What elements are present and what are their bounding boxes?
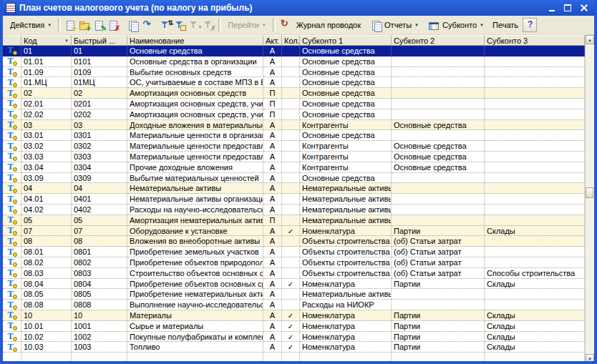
cell-icon: Т xyxy=(3,99,21,109)
tax-account-icon: Т xyxy=(7,142,13,150)
table-row[interactable]: Т04.010401Нематериальные активы организа… xyxy=(3,194,585,205)
header-name-column[interactable]: Наименование xyxy=(127,35,263,45)
table-row[interactable]: Т10.031003ТопливоА✓НоменклатураПартииСкл… xyxy=(3,342,585,353)
table-row[interactable]: Т04.020402Расходы на научно-исследовател… xyxy=(3,205,585,215)
tax-account-icon: Т xyxy=(7,99,13,107)
table-row[interactable]: Т0707Оборудование к установкеА✓Номенклат… xyxy=(3,226,585,237)
close-button[interactable] xyxy=(578,3,589,13)
table-row[interactable]: Т08.020802Приобретение объектов природоп… xyxy=(3,257,585,268)
table-row[interactable]: Т10.021002Покупные полуфабрикаты и компл… xyxy=(3,332,585,343)
cell-quick-code: 01 xyxy=(72,46,127,56)
undo-button[interactable]: ↷ xyxy=(140,18,154,32)
table-row[interactable]: Т0303Доходные вложения в материальные це… xyxy=(3,120,585,131)
help-button[interactable]: ? xyxy=(523,18,537,32)
goto-menu-button[interactable]: Перейти▼ xyxy=(223,18,271,32)
cell-quick-code: 07 xyxy=(72,226,127,237)
header-icon-column[interactable] xyxy=(3,35,21,45)
refresh-button[interactable]: ↻ xyxy=(278,18,292,32)
table-row[interactable]: Т08.040804Приобретение объектов основных… xyxy=(3,279,585,290)
filter-by-value-button[interactable] xyxy=(173,18,188,32)
header-active-column[interactable]: Акт. xyxy=(263,35,282,45)
cell-name: Амортизация основных средств, учитываемы… xyxy=(127,99,263,109)
minimize-button[interactable] xyxy=(547,3,558,13)
cell-quantity xyxy=(282,56,300,67)
add-group-button[interactable]: + xyxy=(77,18,92,32)
copy-button[interactable] xyxy=(125,18,140,32)
cell-icon: Т xyxy=(3,56,21,67)
scrollbar-thumb[interactable] xyxy=(586,187,593,198)
table-row[interactable]: Т02.010201Амортизация основных средств, … xyxy=(3,99,585,109)
delete-button[interactable]: ✗ xyxy=(106,18,120,32)
filter-history-button[interactable]: ▾ xyxy=(188,18,202,32)
cell-subkonto-3: Склады xyxy=(485,342,585,353)
table-row[interactable]: Т02.020202Амортизация основных средств, … xyxy=(3,109,585,120)
reports-menu-button-label: Отчеты xyxy=(384,21,412,29)
cell-subkonto-2: (об) Статьи затрат xyxy=(392,236,485,247)
cell-active: А xyxy=(263,332,282,343)
report-icon xyxy=(369,19,382,31)
disable-filter-button[interactable]: ✗ xyxy=(202,18,216,32)
header-subkonto3-column[interactable]: Субконто 3 xyxy=(485,35,585,45)
cell-active: А xyxy=(263,173,282,184)
add-button[interactable]: + xyxy=(63,18,77,32)
table-row[interactable]: Т03.040304Прочие доходные вложенияАКонтр… xyxy=(3,162,585,173)
print-button[interactable]: Печать xyxy=(488,18,523,32)
subkonto-menu-button-label: Субконто xyxy=(442,21,477,29)
cell-subkonto-1: Основные средства xyxy=(300,99,392,109)
table-row[interactable]: Т03.030303Материальные ценности предоста… xyxy=(3,152,585,162)
cell-quantity xyxy=(282,46,300,56)
table-row[interactable]: Т01.МЦ01МЦОС, учитываемые в составе МПЗ … xyxy=(3,77,585,88)
table-row[interactable]: Т08.010801Приобретение земельных участко… xyxy=(3,247,585,257)
cell-code: 08.03 xyxy=(21,268,72,279)
tax-account-icon: Т xyxy=(7,195,13,203)
cell-subkonto-2 xyxy=(392,194,485,205)
cell-name: Материалы xyxy=(127,310,263,321)
cell-subkonto-2 xyxy=(392,99,485,109)
table-row[interactable]: Т03.090309Выбытие материальных ценностей… xyxy=(3,173,585,184)
cell-quantity: ✓ xyxy=(282,226,300,237)
table-row[interactable]: Т1010МатериалыА✓НоменклатураПартииСклады xyxy=(3,310,585,321)
table-row[interactable]: Т01.010101Основные средства в организаци… xyxy=(3,56,585,67)
maximize-button[interactable] xyxy=(563,3,573,13)
cell-code: 01 xyxy=(21,46,72,56)
table-row[interactable]: Т0808Вложения во внеоборотные активыАОбъ… xyxy=(3,236,585,247)
sort-filter-button[interactable]: ⇅ xyxy=(159,18,173,32)
journal-button[interactable]: Журнал проводок xyxy=(292,18,365,32)
cell-icon: Т xyxy=(3,236,21,247)
table-row[interactable]: Т08.030803Строительство объектов основны… xyxy=(3,268,585,279)
table-row[interactable]: Т03.020302Материальные ценности предоста… xyxy=(3,141,585,152)
cell-icon: Т xyxy=(3,300,21,310)
table-row[interactable]: Т0505Амортизация нематериальных активовП… xyxy=(3,215,585,226)
table-row[interactable]: Т0202Амортизация основных средствПОсновн… xyxy=(3,88,585,99)
reports-menu-button[interactable]: Отчеты▼ xyxy=(365,18,423,32)
scrollbar-track[interactable] xyxy=(586,44,594,354)
cell-quick-code: 02 xyxy=(72,88,127,99)
table-row[interactable]: Т08.050805Приобретение нематериальных ак… xyxy=(3,289,585,300)
quantity-column-label: Кол. xyxy=(284,36,300,45)
subkonto-menu-button[interactable]: Субконто▼ xyxy=(423,18,488,32)
table-row[interactable]: Т0101Основные средстваАОсновные средства xyxy=(3,46,585,56)
table-row[interactable]: Т03.010301Материальные ценности в органи… xyxy=(3,130,585,141)
table-row[interactable]: Т01.090109Выбытие основных средствАОснов… xyxy=(3,67,585,78)
cell-quantity: ✓ xyxy=(282,279,300,290)
cell-code: 08.08 xyxy=(21,300,72,310)
table-row[interactable]: Т08.080808Выполнение научно-исследовател… xyxy=(3,300,585,310)
vertical-scrollbar[interactable]: ▲ ▼ xyxy=(585,35,594,363)
header-quantity-column[interactable]: Кол. xyxy=(282,35,300,45)
cell-subkonto-2 xyxy=(392,130,485,141)
active-column-label: Акт. xyxy=(266,36,279,45)
cell-active: А xyxy=(263,120,282,131)
scroll-down-button[interactable]: ▼ xyxy=(586,354,594,363)
cell-subkonto-2: Партии xyxy=(392,321,485,332)
actions-menu-button[interactable]: Действия▼ xyxy=(6,18,56,32)
header-subkonto2-column[interactable]: Субконто 2 xyxy=(392,35,485,45)
cell-active: П xyxy=(263,215,282,226)
cell-code: 04 xyxy=(21,183,72,194)
header-quick-code-column[interactable]: Быстрый ... xyxy=(72,35,127,45)
edit-button[interactable]: ✎ xyxy=(92,18,106,32)
header-code-column[interactable]: Код▼ xyxy=(21,35,72,45)
table-row[interactable]: Т10.011001Сырье и материалыА✓Номенклатур… xyxy=(3,321,585,332)
header-subkonto1-column[interactable]: Субконто 1 xyxy=(300,35,392,45)
table-row[interactable]: Т0404Нематериальные активыАНематериальны… xyxy=(3,183,585,194)
scroll-up-button[interactable]: ▲ xyxy=(586,35,594,44)
